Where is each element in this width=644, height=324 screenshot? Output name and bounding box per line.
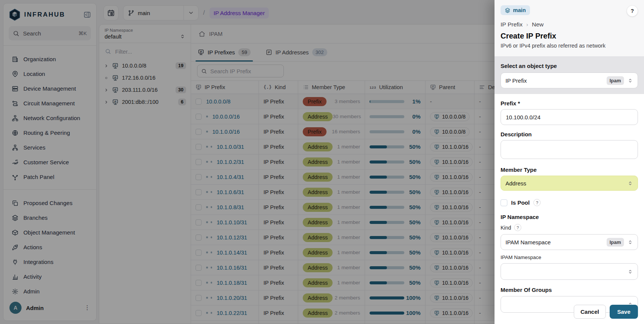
chevron-updown-icon	[627, 181, 633, 186]
prefix-input[interactable]	[501, 109, 638, 125]
member-type-label: Member Type	[501, 167, 638, 173]
breadcrumb-ip-prefix[interactable]: IP Prefix	[501, 21, 522, 28]
chevron-updown-icon	[627, 78, 633, 83]
member-type-select[interactable]: Address	[501, 176, 638, 191]
drawer-title: Create IP Prefix	[501, 32, 638, 40]
chevron-updown-icon	[627, 239, 633, 245]
drawer-subtitle: IPv6 or IPv4 prefix also referred as net…	[501, 43, 638, 51]
description-input[interactable]	[501, 140, 638, 159]
save-button[interactable]: Save	[610, 305, 638, 319]
kind-label: Kind	[501, 225, 511, 231]
branch-badge-label: main	[513, 7, 526, 13]
prefix-label: Prefix *	[501, 100, 638, 106]
ip-namespace-heading: IP Namespace	[501, 214, 638, 220]
drawer-form: Prefix * Description Member Type Address…	[495, 94, 644, 324]
breadcrumb-new: New	[532, 21, 544, 28]
create-ip-prefix-drawer: main ? IP Prefix › New Create IP Prefix …	[495, 0, 644, 324]
kind-select[interactable]: IPAM Namespace Ipam	[501, 234, 638, 250]
app-root: INFRAHUB Search ⌘K OrganizationLocationD…	[0, 0, 644, 324]
layers-icon	[505, 8, 510, 13]
cancel-button[interactable]: Cancel	[574, 305, 606, 319]
branch-badge: main	[501, 5, 530, 15]
drawer-breadcrumb: IP Prefix › New	[501, 21, 638, 28]
object-type-select[interactable]: IP Prefix Ipam	[501, 73, 638, 88]
description-label: Description	[501, 131, 638, 137]
drawer-header: main ? IP Prefix › New Create IP Prefix …	[495, 0, 644, 56]
ipam-tag: Ipam	[607, 238, 624, 247]
is-pool-label: Is Pool	[511, 199, 530, 206]
help-button[interactable]: ?	[627, 5, 638, 17]
ipam-namespace-select[interactable]	[501, 263, 638, 280]
chevron-updown-icon	[627, 269, 633, 275]
ipam-namespace-label: IPAM Namespace	[501, 255, 638, 260]
chevron-right-icon: ›	[526, 22, 528, 28]
object-type-label: Select an object type	[501, 63, 638, 69]
object-type-section: Select an object type IP Prefix Ipam	[495, 56, 644, 94]
is-pool-help-icon[interactable]: ?	[533, 199, 541, 206]
kind-value: IPAM Namespace	[505, 239, 603, 245]
member-type-value: Address	[505, 180, 627, 187]
is-pool-checkbox[interactable]	[501, 199, 507, 206]
kind-help-icon[interactable]: ?	[514, 224, 521, 231]
modal-overlay[interactable]	[0, 0, 495, 324]
member-of-groups-label: Member Of Groups	[501, 287, 638, 293]
ipam-tag: Ipam	[607, 76, 624, 85]
object-type-value: IP Prefix	[505, 77, 603, 84]
